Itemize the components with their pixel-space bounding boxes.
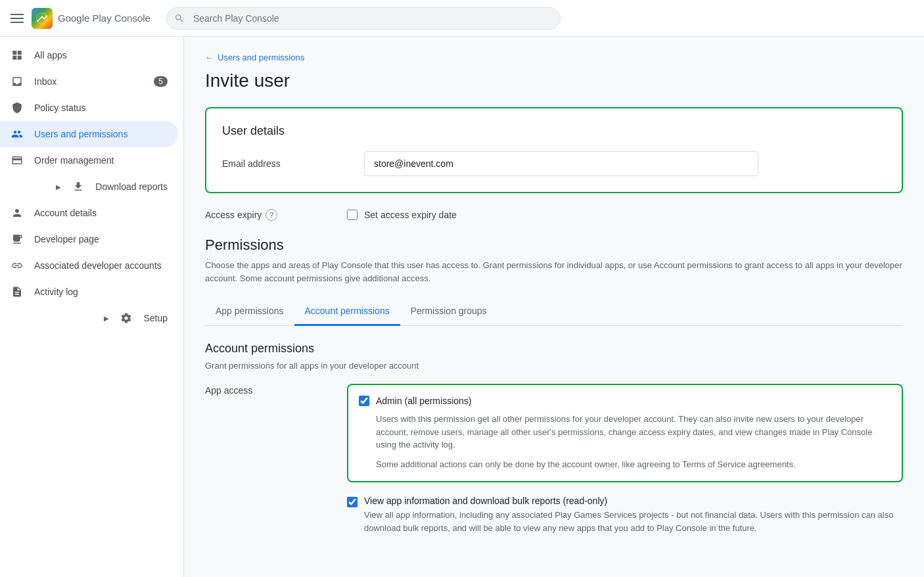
sidebar-label-activity-log: Activity log (34, 287, 78, 297)
expiry-checkbox[interactable] (347, 210, 358, 220)
admin-checkbox[interactable] (359, 396, 369, 406)
tab-account-permissions[interactable]: Account permissions (294, 298, 400, 326)
admin-description: Users with this permission get all other… (359, 413, 891, 451)
email-input-wrapper (364, 151, 758, 176)
permissions-tabs: App permissions Account permissions Perm… (205, 298, 903, 326)
access-expiry-row: Access expiry ? Set access expiry date (205, 209, 903, 221)
logo-text: Google Play Console (58, 12, 150, 24)
user-details-card: User details Email address (205, 107, 903, 193)
perm-options: Admin (all permissions) Users with this … (347, 384, 903, 540)
layout: All apps Inbox 5 Policy status Users and… (0, 37, 924, 577)
sidebar-item-users-permissions[interactable]: Users and permissions (0, 121, 178, 147)
shield-icon (11, 101, 24, 114)
email-field-row: Email address (222, 151, 886, 176)
email-input[interactable] (364, 151, 758, 176)
sidebar-label-order-management: Order management (34, 155, 114, 166)
logo-icon (32, 8, 53, 29)
admin-label[interactable]: Admin (all permissions) (376, 396, 471, 406)
tab-app-permissions[interactable]: App permissions (205, 298, 294, 326)
expiry-label-text: Access expiry (205, 210, 262, 220)
expand-arrow-download: ▶ (56, 183, 61, 191)
sidebar-item-activity-log[interactable]: Activity log (0, 279, 178, 305)
inbox-badge: 5 (154, 76, 168, 87)
expiry-label: Access expiry ? (205, 209, 336, 221)
readonly-permission-box: View app information and download bulk r… (347, 490, 903, 540)
gear-icon (120, 312, 133, 325)
readonly-checkbox[interactable] (347, 497, 358, 507)
main-content: ← Users and permissions Invite user User… (184, 37, 924, 577)
account-permissions-content: Account permissions Grant permissions fo… (205, 342, 903, 540)
readonly-content: View app information and download bulk r… (364, 496, 903, 534)
back-link[interactable]: ← Users and permissions (205, 53, 903, 62)
grid-icon (11, 49, 24, 62)
search-bar (166, 7, 561, 30)
download-icon (72, 180, 85, 193)
user-details-title: User details (222, 124, 886, 138)
menu-button[interactable] (11, 14, 24, 23)
account-perms-desc: Grant permissions for all apps in your d… (205, 361, 903, 371)
sidebar-item-all-apps[interactable]: All apps (0, 42, 178, 68)
sidebar-label-associated-accounts: Associated developer accounts (34, 260, 162, 271)
sidebar-label-users-permissions: Users and permissions (34, 129, 127, 139)
sidebar-label-all-apps: All apps (34, 50, 67, 60)
developer-icon (11, 233, 24, 246)
permissions-section: Permissions Choose the apps and areas of… (205, 237, 903, 540)
sidebar-item-developer-page[interactable]: Developer page (0, 226, 178, 252)
admin-extra-note: Some additional actions can only be done… (359, 458, 891, 471)
sidebar-item-account-details[interactable]: Account details (0, 200, 178, 226)
search-input[interactable] (166, 7, 561, 30)
permissions-title: Permissions (205, 237, 903, 254)
sidebar-label-developer-page: Developer page (34, 234, 99, 244)
back-arrow-icon: ← (205, 53, 214, 62)
page-title: Invite user (205, 70, 903, 91)
sidebar-label-policy-status: Policy status (34, 103, 86, 113)
sidebar-item-policy-status[interactable]: Policy status (0, 95, 178, 121)
expand-arrow-setup: ▶ (104, 315, 109, 322)
sidebar-label-account-details: Account details (34, 208, 97, 218)
sidebar-item-order-management[interactable]: Order management (0, 147, 178, 173)
tab-permission-groups[interactable]: Permission groups (400, 298, 497, 326)
svg-point-0 (37, 12, 48, 24)
expiry-checkbox-label[interactable]: Set access expiry date (364, 210, 457, 220)
log-icon (11, 285, 24, 298)
inbox-icon (11, 75, 24, 88)
sidebar-item-download-reports[interactable]: ▶ Download reports (0, 173, 178, 200)
search-icon (174, 13, 185, 24)
sidebar: All apps Inbox 5 Policy status Users and… (0, 37, 184, 577)
logo-area: Google Play Console (32, 8, 150, 29)
app-access-row: App access Admin (all permissions) Users… (205, 384, 903, 540)
sidebar-item-associated-accounts[interactable]: Associated developer accounts (0, 252, 178, 279)
permissions-description: Choose the apps and areas of Play Consol… (205, 259, 903, 285)
expiry-help-icon[interactable]: ? (266, 209, 277, 221)
account-perms-title: Account permissions (205, 342, 903, 356)
topbar: Google Play Console (0, 0, 924, 37)
expiry-checkbox-row: Set access expiry date (347, 210, 457, 220)
person-icon (11, 206, 24, 219)
sidebar-item-inbox[interactable]: Inbox 5 (0, 68, 178, 95)
card-icon (11, 154, 24, 167)
people-icon (11, 127, 24, 141)
link-icon (11, 259, 24, 272)
admin-checkbox-row: Admin (all permissions) (359, 396, 891, 406)
sidebar-label-download-reports: Download reports (95, 181, 168, 192)
readonly-title: View app information and download bulk r… (364, 496, 903, 506)
sidebar-label-setup: Setup (143, 313, 168, 323)
readonly-description: View all app information, including any … (364, 509, 903, 534)
admin-permission-box: Admin (all permissions) Users with this … (347, 384, 903, 482)
sidebar-label-inbox: Inbox (34, 76, 57, 87)
sidebar-item-setup[interactable]: ▶ Setup (0, 305, 178, 331)
email-label: Email address (222, 158, 354, 169)
app-access-label: App access (205, 384, 336, 396)
back-link-label: Users and permissions (218, 53, 304, 62)
